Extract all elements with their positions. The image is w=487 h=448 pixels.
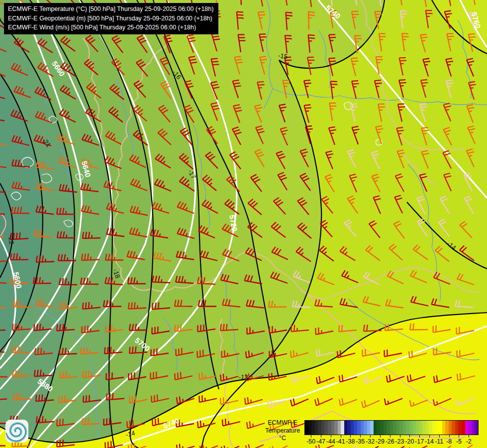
title-line-temperature: ECMWF-E Temperature (°C) [500 hPa] Thurs… — [8, 4, 213, 14]
temperature-contour-label: -13 — [239, 373, 248, 381]
legend-tick — [419, 435, 420, 438]
legend-tick — [360, 435, 361, 438]
legend-tick — [439, 435, 440, 438]
legend-tick-label: -44 — [326, 438, 335, 445]
title-line-geopotential: ECMWF-E Geopotential (m) [500 hPa] Thurs… — [8, 14, 213, 23]
legend-tick — [341, 435, 341, 438]
legend-parameter-label: Temperature — [263, 427, 302, 435]
legend-tick-label: -38 — [346, 438, 355, 445]
legend-tick-label: -20 — [405, 438, 414, 445]
map-title-box: ECMWF-E Temperature (°C) [500 hPa] Thurs… — [4, 3, 218, 34]
legend-tick-label: -8 — [446, 438, 452, 445]
legend-tick — [449, 435, 450, 438]
legend-tick — [311, 435, 311, 438]
legend-model-label: ECMWF-E — [263, 419, 302, 427]
temperature-contour-label: -15 — [278, 52, 288, 60]
legend-tick-label: -50 — [306, 438, 315, 445]
legend-tick — [409, 435, 410, 438]
legend-tick-labels: -50-47-44-41-38-35-32-29-26-23-20-17-14-… — [304, 435, 479, 447]
legend-tick — [380, 435, 381, 438]
legend-tick — [400, 435, 400, 438]
legend-tick — [459, 435, 459, 438]
legend-color-segment — [475, 421, 478, 435]
spiral-logo — [5, 419, 29, 443]
legend-tick-label: -17 — [415, 438, 424, 445]
temperature-contour-label: -22 — [7, 234, 15, 244]
legend-tick — [331, 435, 331, 438]
legend-tick-label: -47 — [316, 438, 325, 445]
legend-titles: ECMWF-E Temperature °C — [263, 419, 302, 443]
legend-tick-label: -11 — [435, 438, 443, 445]
legend-tick — [350, 435, 351, 438]
legend-tick — [390, 435, 390, 438]
weather-map-page: -22-21-18-17-16-15-14-14-135600564056605… — [0, 0, 487, 448]
legend-tick-label: -35 — [356, 438, 365, 445]
legend-tick-label: -26 — [386, 438, 394, 445]
legend-tick — [321, 435, 321, 438]
legend-tick-label: -32 — [366, 438, 375, 445]
legend-tick-label: -5 — [456, 438, 462, 445]
temperature-legend: ECMWF-E Temperature °C -50-47-44-41-38-3… — [263, 418, 482, 447]
legend-tick-label: -14 — [425, 438, 434, 445]
legend-tick-label: -2 — [466, 438, 472, 445]
legend-tick-label: -29 — [376, 438, 385, 445]
legend-tick-label: -23 — [395, 438, 404, 445]
title-line-wind: ECMWF-E Wind (m/s) [500 hPa] Thursday 25… — [8, 23, 213, 32]
legend-tick — [469, 435, 469, 438]
legend-tick — [370, 435, 371, 438]
legend-tick — [429, 435, 430, 438]
weather-map-canvas: -22-21-18-17-16-15-14-14-135600564056605… — [0, 0, 487, 448]
legend-color-bar — [304, 420, 479, 435]
legend-tick-label: -41 — [336, 438, 345, 445]
legend-unit-label: °C — [263, 435, 302, 443]
